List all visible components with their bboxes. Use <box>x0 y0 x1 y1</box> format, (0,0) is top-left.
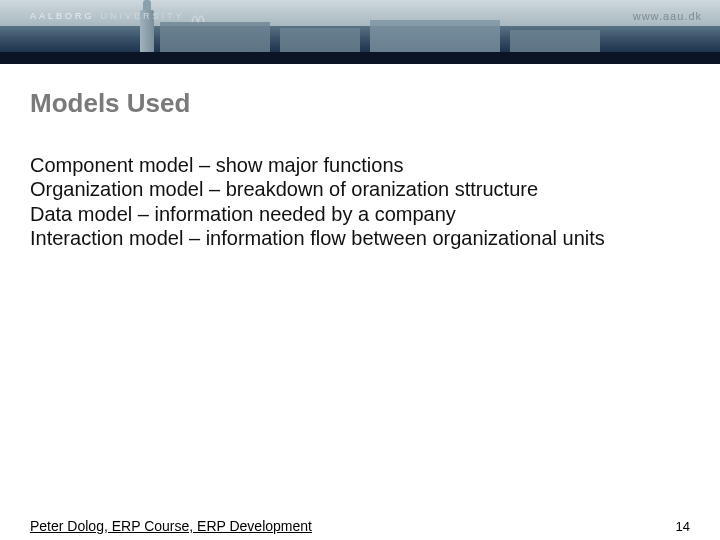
bullet-line: Organization model – breakdown of oraniz… <box>30 177 690 201</box>
banner-building <box>510 30 600 54</box>
header-url: www.aau.dk <box>633 10 702 22</box>
slide: AALBORG UNIVERSITY www.aau.dk Models Use… <box>0 0 720 540</box>
page-number: 14 <box>676 519 690 534</box>
bullet-line: Component model – show major functions <box>30 153 690 177</box>
slide-content: Models Used Component model – show major… <box>0 64 720 540</box>
bullet-line: Data model – information needed by a com… <box>30 202 690 226</box>
wave-icon <box>191 8 205 24</box>
banner-building <box>280 28 360 54</box>
footer-author: Peter Dolog, ERP Course, ERP Development <box>30 518 312 534</box>
banner-darkbar <box>0 52 720 64</box>
body-text: Component model – show major functions O… <box>30 153 690 251</box>
banner-building <box>160 22 270 54</box>
footer: Peter Dolog, ERP Course, ERP Development… <box>0 518 720 540</box>
university-logo: AALBORG UNIVERSITY <box>30 8 205 24</box>
header-banner: AALBORG UNIVERSITY www.aau.dk <box>0 0 720 64</box>
logo-text-light: UNIVERSITY <box>101 11 185 21</box>
logo-text-bold: AALBORG <box>30 11 95 21</box>
banner-building <box>370 20 500 54</box>
slide-title: Models Used <box>30 88 690 119</box>
bullet-line: Interaction model – information flow bet… <box>30 226 690 250</box>
